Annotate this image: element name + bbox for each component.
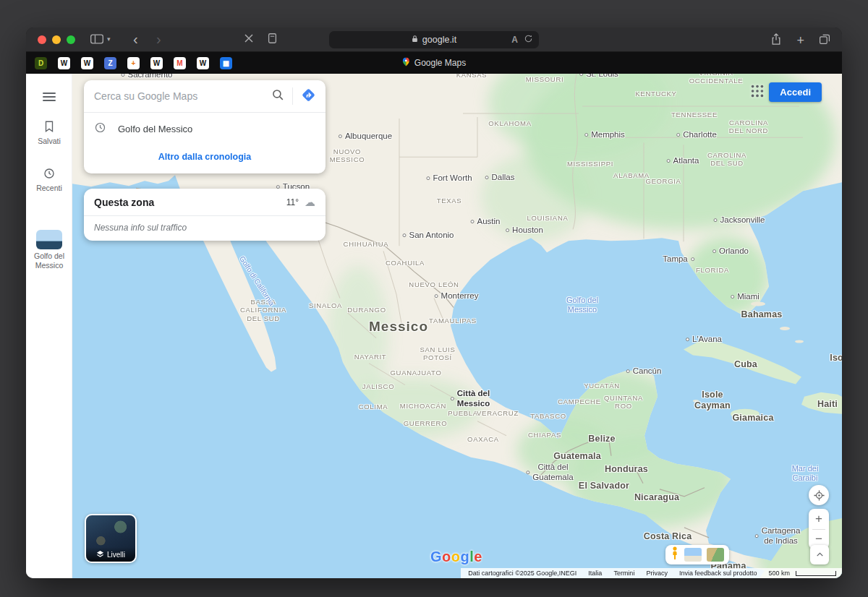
zoom-button[interactable] [67, 35, 75, 44]
bookmark-favicon[interactable]: W [150, 57, 163, 69]
sidebar-item-recents[interactable]: Recenti [26, 167, 72, 192]
page-icon[interactable] [267, 33, 278, 44]
map[interactable]: SacramentoKANSASMISSOURISt. LouisKENTUCK… [72, 74, 842, 578]
terrain-thumbnail[interactable] [707, 548, 724, 562]
favorites-bar-icons: DWWZ+WMW▦ [35, 57, 232, 69]
back-button[interactable]: ‹ [133, 33, 138, 46]
new-tab-button[interactable]: + [796, 34, 804, 47]
terms-link[interactable]: Termini [613, 570, 634, 577]
attribution-bar: Dati cartografici ©2025 Google,INEGI Ita… [461, 568, 842, 578]
zoom-control: + − [809, 509, 829, 549]
more-history-link[interactable]: Altro dalla cronologia [84, 145, 326, 173]
sidebar-item-label: Recenti [36, 184, 62, 192]
maps-sidebar: Salvati Recenti Golfo del Messico [26, 74, 72, 578]
logo-letter: g [461, 549, 470, 564]
directions-button[interactable] [300, 87, 317, 106]
signin-button[interactable]: Accedi [769, 82, 822, 102]
area-card: Questa zona 11° ☁ Nessuna info sul traff… [84, 189, 326, 241]
safari-window: ▾ ‹ › google.it A + [26, 27, 842, 578]
weather-cloud-icon[interactable]: ☁ [305, 197, 315, 207]
history-icon [43, 167, 56, 181]
translate-icon[interactable]: A [511, 35, 518, 45]
search-input[interactable] [93, 90, 271, 103]
zoom-in-button[interactable]: + [809, 509, 829, 529]
bookmark-favicon[interactable]: ▦ [220, 57, 232, 69]
bookmark-favicon[interactable]: Z [104, 57, 116, 69]
search-icon[interactable] [271, 88, 285, 105]
search-panel: Golfo del Messico Altro dalla cronologia [84, 80, 326, 173]
address-bar[interactable]: google.it A [329, 31, 539, 48]
titlebar: ▾ ‹ › google.it A + [26, 27, 842, 52]
apps-grid-button[interactable] [749, 83, 767, 100]
shortcut-label: Golfo del Messico [28, 252, 70, 270]
temperature[interactable]: 11° [286, 197, 299, 207]
layers-button[interactable]: Livelli [85, 514, 137, 563]
bookmark-icon [43, 120, 56, 134]
imagery-tray [665, 545, 729, 564]
history-item-label: Golfo del Messico [118, 124, 192, 134]
scale-bar [796, 571, 836, 576]
logo-letter: o [442, 549, 451, 564]
feedback-link[interactable]: Invia feedback sul prodotto [679, 570, 757, 577]
bookmark-favicon[interactable]: W [197, 57, 209, 69]
streetview-thumbnail[interactable] [684, 548, 702, 562]
traffic-lights [38, 35, 75, 44]
bookmark-favicon[interactable]: + [127, 57, 140, 69]
logo-letter: o [451, 549, 461, 564]
reload-icon[interactable] [524, 34, 533, 46]
forward-button[interactable]: › [156, 33, 161, 46]
lock-icon [412, 35, 418, 45]
active-tab[interactable]: Google Maps [402, 57, 466, 69]
sidebar-item-shortcut[interactable]: Golfo del Messico [26, 230, 72, 270]
divider [292, 87, 293, 105]
history-item[interactable]: Golfo del Messico [84, 113, 326, 145]
clock-icon [94, 121, 106, 136]
favorites-bar: DWWZ+WMW▦ Google Maps [26, 52, 842, 74]
share-icon[interactable] [770, 33, 782, 48]
logo-letter: e [474, 549, 482, 564]
chevron-down-icon[interactable]: ▾ [107, 35, 111, 43]
layers-icon [96, 550, 104, 559]
minimize-button[interactable] [52, 35, 61, 44]
menu-button[interactable] [43, 90, 56, 103]
extension-icon[interactable] [243, 33, 255, 44]
bookmark-favicon[interactable]: W [58, 57, 70, 69]
bookmark-favicon[interactable]: W [81, 57, 93, 69]
shortcut-thumbnail [36, 230, 62, 249]
collapse-controls-button[interactable] [810, 545, 829, 564]
tab-overview-icon[interactable] [819, 33, 830, 48]
bookmark-favicon[interactable]: M [174, 57, 186, 69]
scale-label: 500 km [768, 570, 790, 577]
my-location-button[interactable] [809, 485, 829, 505]
privacy-link[interactable]: Privacy [646, 570, 668, 577]
sidebar-item-saved[interactable]: Salvati [26, 120, 72, 145]
pegman-icon[interactable] [671, 546, 679, 563]
tab-title: Google Maps [414, 58, 466, 68]
traffic-status: Nessuna info sul traffico [84, 216, 326, 239]
maps-pin-icon [402, 57, 410, 69]
sidebar-item-label: Salvati [38, 137, 61, 145]
area-card-title: Questa zona [94, 197, 286, 208]
country-label: Italia [588, 570, 602, 577]
logo-letter: G [430, 549, 442, 564]
bookmark-favicon[interactable]: D [35, 57, 47, 69]
sidebar-toggle-button[interactable]: ▾ [90, 33, 111, 46]
layers-label: Livelli [107, 551, 125, 559]
url-text: google.it [422, 35, 456, 45]
google-logo: Google [430, 549, 482, 565]
close-button[interactable] [38, 35, 46, 44]
map-data-credit: Dati cartografici ©2025 Google,INEGI [468, 570, 576, 577]
